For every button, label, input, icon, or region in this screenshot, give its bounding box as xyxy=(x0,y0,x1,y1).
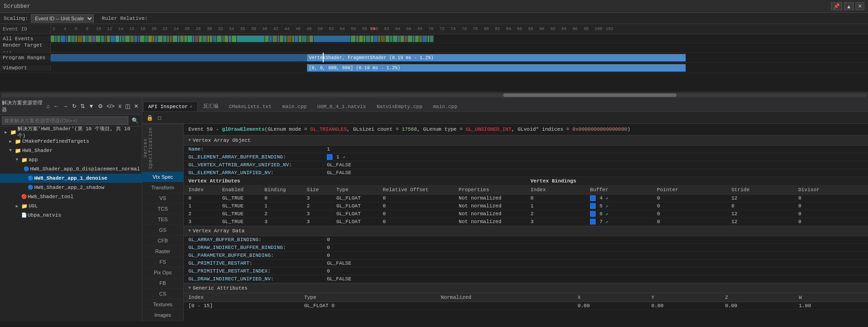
close-panel-button[interactable]: ✕ xyxy=(133,103,140,110)
vb-2-link[interactable]: ↗ xyxy=(603,212,608,217)
home-button[interactable]: ⌂ xyxy=(45,103,51,110)
va-3-type: GL_FLOAT xyxy=(332,218,378,226)
program-ranges-content[interactable]: VertexShader, FragmentShader (0.19 ms - … xyxy=(51,53,868,62)
code-button[interactable]: </> xyxy=(105,103,116,110)
vad-section-header[interactable]: ▼ Vertex Array Data xyxy=(184,226,868,236)
vb-3-stride: 12 xyxy=(727,218,794,226)
vb-row-1: 1 5 ↗ 0 8 0 xyxy=(526,202,868,210)
sync-button[interactable]: ⇅ xyxy=(79,103,86,110)
generic-col-z: Z xyxy=(720,293,794,302)
generic-0-x: 0.00 xyxy=(573,302,647,310)
tab-main-cpp-1[interactable]: main.cpp xyxy=(277,102,312,111)
displacement-item[interactable]: 🔵 HW8_Shader_app_0_displacement_normal xyxy=(0,164,142,174)
vao-section-header[interactable]: ▼ Vertex Array Object xyxy=(184,135,868,145)
generic-section-title: Generic Attributes xyxy=(193,285,247,291)
spec-btn-vtx-spec[interactable]: Vtx Spec xyxy=(142,172,183,182)
hw8-toggle[interactable]: ▼ xyxy=(9,148,14,153)
tab-main-cpp-2[interactable]: main.cpp xyxy=(428,102,463,111)
solution-toggle[interactable]: ▶ xyxy=(5,130,9,135)
element-binding-link[interactable]: ↗ xyxy=(343,155,345,160)
hw8-shader-item[interactable]: ▼ 📁 HW8_Shader xyxy=(0,146,142,155)
inspector-content[interactable]: Event 59 - glDrawElements(GLenum mode = … xyxy=(184,124,868,321)
toolbar-lock-btn[interactable]: 🔒 xyxy=(145,114,155,121)
app-item[interactable]: ▼ 📁 app xyxy=(0,155,142,164)
refresh-button[interactable]: ↻ xyxy=(71,103,78,110)
spec-btn-cfb[interactable]: CFB xyxy=(142,236,183,246)
generic-section-header[interactable]: ▼ Generic Attributes xyxy=(184,283,868,293)
vb-2-checkbox xyxy=(590,211,596,217)
tab-cmakelists[interactable]: CMakeLists.txt xyxy=(224,102,277,111)
spec-btn-vs[interactable]: VS xyxy=(142,193,183,204)
solution-root[interactable]: ▶ 📁 解决方案'HW8_Shader'(第 10 个项目, 共 10 个) xyxy=(0,127,142,137)
main-area: 解决方案资源管理器 ⌂ ← → ↻ ⇅ ▼ ⚙ </> ≡ ◫ ✕ 🔍 ▶ 📁 … xyxy=(0,98,868,321)
spec-btn-tcs[interactable]: TCS xyxy=(142,204,183,214)
window-title: Scrubber xyxy=(4,3,30,10)
spec-btn-buffers[interactable]: Buffers xyxy=(142,321,183,321)
element-binding-checkbox xyxy=(327,154,332,160)
close-button[interactable]: ✕ xyxy=(856,2,864,10)
vao-element-unified-label: GL_ELEMENT_ARRAY_UNIFIED_NV: xyxy=(184,169,322,177)
ugl-label: UGL xyxy=(29,203,38,209)
forward-button[interactable]: → xyxy=(61,103,70,110)
ubpa-item[interactable]: 📄 Ubpa_natvis xyxy=(0,211,142,220)
maximize-button[interactable]: ▲ xyxy=(844,2,854,10)
shadow-item[interactable]: 🔵 HW8_Shader_app_2_shadow xyxy=(0,183,142,192)
denoise-item[interactable]: 🔵 HW8_Shader_app_1_denoise xyxy=(0,174,142,183)
pin-button[interactable]: 📌 xyxy=(831,2,842,10)
render-target-content[interactable] xyxy=(51,43,868,52)
tab-disassembly[interactable]: 反汇编 xyxy=(198,100,223,111)
spec-btn-raster[interactable]: Raster xyxy=(142,246,183,257)
spec-btn-fb[interactable]: FB xyxy=(142,278,183,289)
vad-toggle-icon: ▼ xyxy=(188,229,191,233)
spec-btn-fs[interactable]: FS xyxy=(142,257,183,267)
vao-unified-nv-row: GL_VERTEX_ATTRIB_ARRAY_UNIFIED_NV: GL_FA… xyxy=(184,161,868,169)
va-0-size: 3 xyxy=(302,194,332,202)
vb-0-buffer: 4 ↗ xyxy=(585,194,652,202)
element-binding-num: 1 xyxy=(337,154,340,160)
viewport-content[interactable]: [0, 0, 800, 600] (0.19 ms - 1.2%) xyxy=(51,63,868,73)
ugl-item[interactable]: ▶ 📁 UGL xyxy=(0,201,142,211)
search-input[interactable] xyxy=(2,116,128,125)
denoise-label: HW8_Shader_app_1_denoise xyxy=(34,176,107,181)
toolbar-copy-btn[interactable]: □ xyxy=(157,114,163,121)
inspector-body: Vertex Specification Vtx Spec Transform … xyxy=(142,124,868,321)
spec-btn-transform[interactable]: Transform xyxy=(142,182,183,193)
tab-ugm[interactable]: UGM_0_4_1.natvis xyxy=(312,102,371,111)
vb-2-divisor: 0 xyxy=(794,210,868,218)
spec-btn-pix-ops[interactable]: Pix Ops xyxy=(142,267,183,278)
tab-natvis-empty[interactable]: NatvisEmpty.cpp xyxy=(372,102,428,111)
dock-button[interactable]: ◫ xyxy=(124,103,132,110)
scrollbar-thumb[interactable] xyxy=(503,93,676,97)
timeline-scrollbar[interactable] xyxy=(0,92,868,97)
back-button[interactable]: ← xyxy=(52,103,60,110)
scrollbar-track[interactable] xyxy=(1,93,867,97)
ugl-toggle[interactable]: ▶ xyxy=(16,204,20,209)
va-2-properties: Not normalized xyxy=(454,210,526,218)
vb-0-link[interactable]: ↗ xyxy=(603,196,608,201)
spec-btn-images[interactable]: Images xyxy=(142,310,183,321)
spec-btn-gs[interactable]: GS xyxy=(142,225,183,236)
shadow-icon: 🔵 xyxy=(28,185,33,190)
cmake-toggle[interactable]: ▶ xyxy=(9,139,14,144)
tab-api-inspector[interactable]: API Inspector ✕ xyxy=(143,102,198,111)
filter-button[interactable]: ▼ xyxy=(87,103,96,110)
search-button[interactable]: 🔍 xyxy=(130,117,140,124)
spec-btn-cs[interactable]: CS xyxy=(142,289,183,299)
vao-name-row: Name: 1 xyxy=(184,145,868,153)
generic-attributes-table: Index Type Normalized X Y Z W [0 - 15] G xyxy=(184,293,868,310)
displacement-icon: 🔵 xyxy=(24,166,29,172)
tool-item[interactable]: 🔴 HW8_Shader_tool xyxy=(0,192,142,201)
generic-col-index: Index xyxy=(184,293,300,302)
spec-btn-tes[interactable]: TES xyxy=(142,214,183,225)
scaling-dropdown[interactable]: Event ID -- Unit Scale xyxy=(31,14,94,23)
more-button[interactable]: ≡ xyxy=(117,103,123,110)
settings-button[interactable]: ⚙ xyxy=(96,103,104,110)
spec-btn-textures[interactable]: Textures xyxy=(142,299,183,310)
all-events-content[interactable] xyxy=(51,34,868,43)
va-2-type: GL_FLOAT xyxy=(332,210,378,218)
tab-api-inspector-close[interactable]: ✕ xyxy=(190,104,193,109)
vb-3-link[interactable]: ↗ xyxy=(603,219,608,224)
vb-1-link[interactable]: ↗ xyxy=(603,204,608,209)
app-toggle[interactable]: ▼ xyxy=(16,157,20,162)
timeline-ruler[interactable]: 2 4 6 8 10 12 14 16 18 20 22 24 26 28 30… xyxy=(51,24,868,34)
